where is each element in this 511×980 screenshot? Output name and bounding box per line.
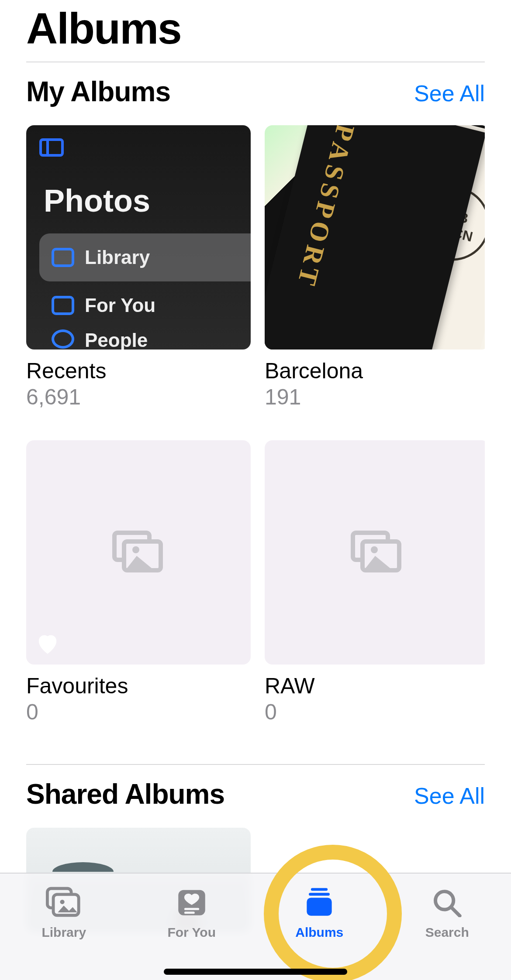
tab-label: For You xyxy=(167,925,216,940)
svg-rect-6 xyxy=(311,888,328,891)
tab-library[interactable]: Library xyxy=(0,874,128,980)
preview-app-title: Photos xyxy=(44,183,251,219)
album-count: 0 xyxy=(265,699,485,725)
tab-label: Search xyxy=(425,925,469,940)
preview-nav-foryou: For You xyxy=(39,281,251,329)
svg-point-2 xyxy=(60,900,65,904)
preview-nav-library: Library xyxy=(39,233,251,281)
empty-album-icon xyxy=(112,531,165,574)
album-count: 191 xyxy=(265,384,485,410)
tab-label: Albums xyxy=(295,925,343,940)
svg-rect-8 xyxy=(307,898,332,915)
album-favourites-thumbnail[interactable] xyxy=(26,440,251,665)
album-raw[interactable]: RAW 0 xyxy=(265,440,485,725)
album-barcelona-thumbnail[interactable]: AR ——— FEB H-BCN PASSPORT xyxy=(265,125,485,350)
tab-search[interactable]: Search xyxy=(383,874,511,980)
shared-albums-title: Shared Albums xyxy=(26,778,224,810)
my-albums-title: My Albums xyxy=(26,75,170,108)
svg-rect-5 xyxy=(184,911,195,914)
svg-rect-4 xyxy=(184,908,199,910)
tab-bar: Library For You Albums Search xyxy=(0,873,511,980)
home-indicator xyxy=(164,969,347,975)
shared-albums-see-all-button[interactable]: See All xyxy=(414,783,485,809)
tab-label: Library xyxy=(41,925,86,940)
album-name: Recents xyxy=(26,358,251,384)
album-count: 6,691 xyxy=(26,384,251,410)
my-albums-header: My Albums See All xyxy=(26,62,485,108)
album-count: 0 xyxy=(26,699,251,725)
my-albums-row-1[interactable]: Photos Library For You People Recents 6,… xyxy=(26,108,485,410)
svg-rect-7 xyxy=(309,893,330,895)
shared-albums-header: Shared Albums See All xyxy=(26,765,485,810)
svg-line-10 xyxy=(451,908,459,916)
page-title: Albums xyxy=(26,0,485,54)
for-you-icon xyxy=(174,887,210,919)
search-icon xyxy=(429,887,465,919)
album-favourites[interactable]: Favourites 0 xyxy=(26,440,251,725)
preview-nav-people: People xyxy=(39,329,251,350)
app-widget-icon xyxy=(39,138,64,157)
album-name: Barcelona xyxy=(265,358,485,384)
tab-for-you[interactable]: For You xyxy=(128,874,256,980)
heart-icon xyxy=(36,633,59,655)
album-recents[interactable]: Photos Library For You People Recents 6,… xyxy=(26,125,251,410)
album-recents-thumbnail[interactable]: Photos Library For You People xyxy=(26,125,251,350)
tab-albums[interactable]: Albums xyxy=(256,874,383,980)
library-icon xyxy=(46,887,82,919)
my-albums-row-2[interactable]: Favourites 0 RAW 0 iP 16 xyxy=(26,410,485,725)
album-name: Favourites xyxy=(26,673,251,699)
albums-icon xyxy=(301,887,337,919)
photos-albums-screen: Albums My Albums See All Photos Library … xyxy=(0,0,511,980)
album-barcelona[interactable]: AR ——— FEB H-BCN PASSPORT Barcelona 191 xyxy=(265,125,485,410)
album-name: RAW xyxy=(265,673,485,699)
my-albums-see-all-button[interactable]: See All xyxy=(414,80,485,106)
content-area: Albums My Albums See All Photos Library … xyxy=(0,0,511,932)
album-raw-thumbnail[interactable] xyxy=(265,440,485,665)
empty-album-icon xyxy=(351,531,403,574)
